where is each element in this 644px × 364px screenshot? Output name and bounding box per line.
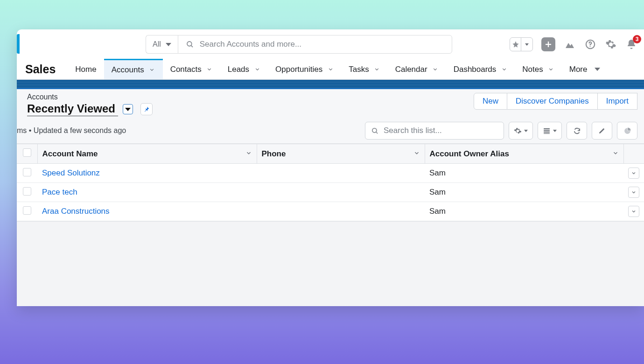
notifications-button[interactable]: 3: [625, 38, 637, 50]
nav-more-label: More: [569, 65, 588, 74]
global-search-input[interactable]: Search Accounts and more...: [178, 35, 452, 54]
caret-down-icon: [524, 130, 528, 132]
nav-tab-label: Accounts: [112, 65, 144, 75]
cell-phone: [257, 202, 425, 221]
list-grid-area: Account Name Phone Account Owner Alias S…: [17, 144, 644, 306]
nav-tab-opportunities[interactable]: Opportunities: [268, 59, 341, 79]
checkbox-icon: [23, 168, 31, 176]
svg-point-0: [187, 42, 192, 46]
display-as-button[interactable]: [538, 122, 562, 140]
pie-chart-icon: [623, 127, 631, 135]
caret-down-icon: [525, 43, 529, 46]
search-scope-label: All: [153, 40, 161, 49]
nav-tab-leads[interactable]: Leads: [220, 59, 268, 79]
list-header: Accounts Recently Viewed NewDiscover Com…: [17, 89, 644, 144]
nav-tab-accounts[interactable]: Accounts: [104, 59, 163, 79]
cell-account-name: Pace tech: [37, 183, 257, 202]
setup-button[interactable]: [605, 38, 617, 50]
nav-more[interactable]: More: [562, 59, 608, 79]
notification-badge: 3: [633, 35, 641, 43]
list-search-placeholder: Search this list...: [384, 126, 442, 135]
chevron-down-icon: [206, 66, 213, 73]
chevron-down-icon: [628, 187, 639, 198]
grid-empty-area: [17, 221, 644, 306]
nav-tab-home[interactable]: Home: [68, 59, 104, 79]
nav-tab-calendar[interactable]: Calendar: [388, 59, 446, 79]
chevron-down-icon: [432, 66, 439, 73]
trailhead-button[interactable]: [564, 38, 576, 50]
caret-down-icon: [166, 43, 171, 46]
chevron-down-icon: [149, 67, 155, 73]
trailhead-icon: [564, 39, 575, 50]
refresh-button[interactable]: [567, 122, 587, 140]
global-search-group: All Search Accounts and more...: [146, 35, 452, 54]
list-view-picker[interactable]: [123, 104, 133, 114]
cell-phone: [257, 164, 425, 183]
favorites-button[interactable]: [510, 37, 533, 51]
col-phone[interactable]: Phone: [257, 144, 425, 164]
cell-owner-alias: Sam: [425, 202, 623, 221]
row-actions[interactable]: [623, 164, 644, 183]
gear-icon: [514, 127, 522, 135]
chevron-down-icon: [413, 149, 420, 159]
col-account-name[interactable]: Account Name: [37, 144, 257, 164]
refresh-icon: [573, 127, 581, 135]
action-import[interactable]: Import: [598, 93, 637, 110]
list-settings-button[interactable]: [509, 122, 533, 140]
chevron-down-icon: [612, 149, 619, 159]
inline-edit-button[interactable]: [592, 122, 612, 140]
help-button[interactable]: [584, 38, 596, 50]
col-label: Phone: [262, 149, 286, 158]
account-link[interactable]: Speed Solutionz: [42, 168, 100, 177]
svg-rect-11: [544, 133, 550, 133]
col-owner-alias[interactable]: Account Owner Alias: [425, 144, 623, 164]
col-row-actions: [623, 144, 644, 164]
nav-tab-notes[interactable]: Notes: [515, 59, 561, 79]
nav-tab-dashboards[interactable]: Dashboards: [446, 59, 515, 79]
row-select[interactable]: [17, 183, 37, 202]
chevron-down-icon: [548, 66, 554, 73]
table-icon: [543, 127, 551, 135]
checkbox-icon: [23, 206, 31, 215]
list-view-name[interactable]: Recently Viewed: [27, 102, 118, 116]
star-icon: [512, 41, 519, 48]
accounts-table: Account Name Phone Account Owner Alias S…: [17, 144, 644, 221]
nav-tab-label: Home: [75, 65, 96, 74]
svg-rect-8: [544, 128, 550, 129]
search-scope-dropdown[interactable]: All: [146, 35, 178, 54]
search-icon: [371, 127, 379, 135]
svg-point-5: [589, 46, 590, 47]
question-icon: [585, 39, 595, 49]
chevron-down-icon: [245, 149, 252, 159]
nav-tab-label: Dashboards: [454, 65, 497, 74]
nav-tab-tasks[interactable]: Tasks: [341, 59, 387, 79]
pin-icon: [143, 106, 150, 112]
nav-tab-contacts[interactable]: Contacts: [163, 59, 220, 79]
row-actions[interactable]: [623, 202, 644, 221]
account-link[interactable]: Araa Constructions: [42, 207, 110, 216]
chevron-down-icon: [628, 206, 639, 217]
action-new[interactable]: New: [474, 93, 507, 110]
chart-button[interactable]: [617, 122, 637, 140]
app-name: Sales: [25, 59, 68, 79]
gear-icon: [605, 39, 616, 50]
checkbox-icon: [23, 187, 31, 196]
app-window: All Search Accounts and more...: [17, 29, 644, 306]
account-link[interactable]: Pace tech: [42, 188, 77, 196]
nav-tab-label: Tasks: [349, 65, 369, 74]
select-all-header[interactable]: [17, 144, 37, 164]
cell-account-name: Speed Solutionz: [37, 164, 257, 183]
global-create-button[interactable]: [541, 37, 555, 51]
cell-account-name: Araa Constructions: [37, 202, 257, 221]
row-actions[interactable]: [623, 183, 644, 202]
action-discover-companies[interactable]: Discover Companies: [507, 93, 598, 110]
row-select[interactable]: [17, 164, 37, 183]
context-ribbon: [17, 80, 644, 89]
accent-stripe: [17, 34, 20, 54]
row-select[interactable]: [17, 202, 37, 221]
svg-rect-10: [544, 131, 550, 132]
caret-down-icon: [553, 130, 557, 132]
pin-list-button[interactable]: [140, 103, 153, 115]
nav-tab-label: Contacts: [170, 65, 202, 74]
list-search-input[interactable]: Search this list...: [365, 122, 504, 140]
